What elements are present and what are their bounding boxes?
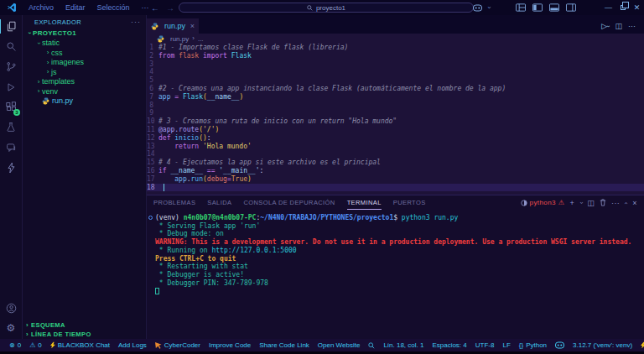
explorer-sidebar: EXPLORADOR ··· ›PROYECTO1›static›css›ima… [23, 15, 147, 339]
status-cursor-position[interactable]: Lín. 18, col. 1 [379, 341, 428, 349]
terminal-profiles-chevron-icon[interactable]: › [578, 201, 584, 204]
source-control-icon[interactable] [1, 60, 21, 73]
code-line-3[interactable]: 3 [147, 60, 644, 69]
history-nav: ← → [151, 0, 174, 15]
new-terminal-icon[interactable]: + [569, 199, 574, 207]
status-copilot-status[interactable] [551, 341, 569, 349]
code-line-12[interactable]: 12def inicio(): [147, 134, 644, 143]
status-encoding[interactable]: UTF-8 [471, 341, 499, 349]
status-indentation[interactable]: Espacios: 4 [428, 341, 470, 349]
menu-seleccin[interactable]: Selección [91, 3, 136, 12]
copilot-menu-chevron-icon[interactable]: › [486, 0, 492, 15]
file-tree-item-venv[interactable]: ›venv [23, 86, 146, 96]
testing-icon[interactable] [1, 121, 21, 133]
status-improve-code[interactable]: Improve Code [205, 341, 255, 349]
panel-more-actions-icon[interactable]: ··· [611, 199, 620, 207]
code-line-18[interactable]: 18 [147, 184, 644, 192]
copilot-icon[interactable] [470, 0, 484, 15]
file-tree-item-css[interactable]: ›css [23, 48, 146, 58]
menu-editar[interactable]: Editar [60, 3, 91, 12]
status-errors[interactable]: ⊗0 [5, 341, 25, 349]
code-line-7[interactable]: 7app = Flask(__name__) [147, 93, 644, 102]
status-python-interpreter[interactable]: 3.12.7 ('venv': venv) [569, 341, 636, 349]
status-language-mode[interactable]: {}Python [515, 341, 551, 349]
status-search-tool[interactable] [364, 342, 379, 349]
status-blackbox-chat[interactable]: BLACKBOX Chat [46, 341, 114, 349]
code-line-13[interactable]: 13 return 'Hola mundo' [147, 143, 644, 151]
run-debug-icon[interactable] [1, 81, 21, 93]
code-editor[interactable]: 1#1 - Importamos clase Flask de flask (l… [147, 44, 644, 195]
code-line-11[interactable]: 11@app.route('/') [147, 126, 644, 134]
close-panel-icon[interactable]: × [632, 199, 637, 207]
panel-tab-terminal[interactable]: TERMINAL [347, 195, 382, 210]
status-add-logs[interactable]: Add Logs [114, 341, 151, 349]
file-tree-item-js[interactable]: ›js [23, 67, 146, 77]
panel-tab-puertos[interactable]: PUERTOS [393, 195, 426, 210]
code-line-14[interactable]: 14 [147, 150, 644, 159]
explorer-actions-icon[interactable]: ··· [131, 18, 141, 26]
terminal-instance[interactable]: python3 ⚠ [521, 199, 565, 206]
code-line-17[interactable]: 17 app.run(debug=True) [147, 175, 644, 184]
close-button[interactable]: ✕ [630, 0, 644, 15]
file-tree-item-static[interactable]: ›static [23, 39, 146, 49]
panel-tab-problemas[interactable]: PROBLEMAS [153, 195, 195, 210]
chat-icon[interactable] [1, 141, 21, 154]
kill-terminal-icon[interactable] [600, 199, 606, 206]
status-share-code-link[interactable]: Share Code Link [255, 341, 314, 349]
file-tree-item-templates[interactable]: ›templates [23, 77, 146, 87]
toggle-secondary-sidebar-icon[interactable] [564, 0, 578, 15]
terminal-output[interactable]: (venv) n4n0b07@n4n0b07-PC:~/N4N0/TRABAJO… [147, 210, 644, 339]
panel-tab-salida[interactable]: SALIDA [207, 195, 231, 210]
toggle-primary-sidebar-icon[interactable] [531, 0, 544, 15]
file-tree-item-imagenes[interactable]: ›imagenes [23, 58, 146, 68]
customize-layout-icon[interactable] [514, 0, 527, 15]
tab-close-icon[interactable]: × [190, 22, 195, 30]
status-cybercoder[interactable]: CyberCoder [151, 341, 205, 349]
code-line-15[interactable]: 15# 4 - Ejecutamos la app si este archiv… [147, 159, 644, 167]
account-icon[interactable] [1, 302, 21, 315]
status-eol[interactable]: LF [498, 341, 514, 349]
blackbox-icon[interactable] [1, 161, 21, 174]
code-line-2[interactable]: 2from flask import Flask [147, 52, 644, 60]
python-file-icon [151, 23, 158, 30]
breadcrumb: run.py › ... [147, 34, 644, 44]
code-line-1[interactable]: 1#1 - Importamos clase Flask de flask (l… [147, 44, 644, 52]
tab-run-py[interactable]: run.py × [147, 18, 199, 34]
file-tree-item-run-py[interactable]: run.py [23, 96, 146, 107]
maximize-panel-icon[interactable]: › [623, 201, 630, 204]
settings-gear-icon[interactable]: ⚙ [1, 321, 21, 334]
terminal-line-6: Press CTRL+C to quit [155, 255, 644, 263]
sidebar-section-l-nea-de-tiempo[interactable]: ›LÍNEA DE TIEMPO [23, 330, 146, 339]
code-line-5[interactable]: 5 [147, 76, 644, 85]
code-line-8[interactable]: 8 [147, 102, 644, 110]
status-blackboxai-open-chat[interactable]: BLACKBOXAI: Open Chat [636, 341, 644, 349]
python-file-icon [42, 97, 49, 105]
command-center-search[interactable]: proyecto1 [179, 3, 474, 13]
status-open-website[interactable]: Open Website [314, 341, 365, 349]
split-terminal-icon[interactable]: ◫ [587, 199, 595, 207]
code-line-6[interactable]: 6#2 - Creamos una app instanciando la cl… [147, 85, 644, 93]
code-line-10[interactable]: 10# 3 - Creamos una ruta de inicio con u… [147, 117, 644, 126]
code-line-16[interactable]: 16if __name__ == '__main__': [147, 167, 644, 175]
title-bar: ArchivoEditarSelección··· ← → proyecto1 … [0, 0, 644, 15]
code-line-9[interactable]: 9 [147, 109, 644, 117]
breadcrumb-file[interactable]: run.py [170, 35, 189, 43]
split-editor-icon[interactable]: ◫ [615, 22, 622, 30]
back-icon[interactable]: ← [151, 3, 159, 13]
forward-icon[interactable]: → [166, 3, 174, 13]
run-python-file-icon[interactable]: ▷› [601, 22, 609, 30]
search-sidebar-icon[interactable] [1, 40, 21, 53]
restore-button[interactable] [615, 0, 630, 15]
explorer-icon[interactable] [1, 20, 21, 33]
minimize-button[interactable]: — [601, 0, 615, 15]
extensions-icon[interactable]: 3 [1, 101, 21, 113]
panel-tab-consola-de-depuraci-n[interactable]: CONSOLA DE DEPURACIÓN [243, 195, 335, 210]
toggle-panel-icon[interactable] [548, 0, 561, 15]
editor-more-actions-icon[interactable]: ··· [628, 22, 636, 30]
breadcrumb-more[interactable]: ... [198, 35, 204, 43]
sidebar-section-esquema[interactable]: ›ESQUEMA [23, 320, 146, 330]
status-warnings[interactable]: ⚠0 [25, 341, 46, 349]
file-tree-item-proyecto1[interactable]: ›PROYECTO1 [23, 29, 146, 39]
menu-archivo[interactable]: Archivo [23, 3, 60, 12]
code-line-4[interactable]: 4 [147, 68, 644, 76]
